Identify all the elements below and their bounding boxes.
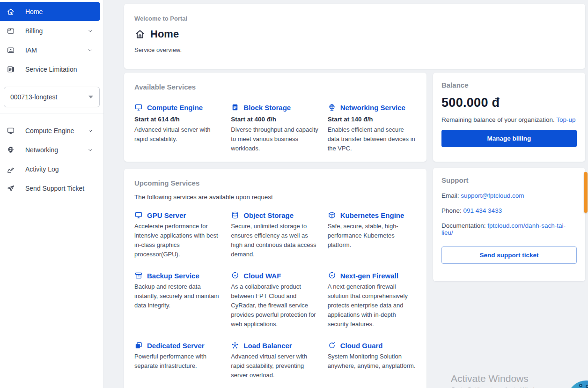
iam-icon [7,46,15,54]
support-doc-label: Documentation: [441,222,486,229]
globe-icon [328,103,336,112]
watermark-line2: Go to Settings to activate Windows. [451,386,547,388]
chat-widget-button[interactable] [567,381,588,388]
available-services-title: Available Services [134,83,416,91]
service-description: As a collaborative product between FPT C… [231,282,319,329]
balance-card: Balance 500.000 đ Remaining balance of y… [433,73,585,162]
sidebar: Home Billing IAM Service Limitation 0007… [0,0,104,388]
support-email-row: Email: support@fptcloud.com [441,192,577,199]
service-link-block-storage[interactable]: Block Storage [231,103,319,112]
sidebar-item-billing[interactable]: Billing [0,21,100,40]
service-title-label: Backup Service [147,272,199,280]
service-description: Secure, unlimited storage to ensures eff… [231,222,319,259]
sidebar-item-iam[interactable]: IAM [0,40,100,60]
networking-icon [7,146,15,154]
service-link-backup-service[interactable]: Backup Service [134,271,223,280]
chevron-down-icon [87,28,94,34]
service-description: Advanced virtual server with rapid scala… [231,352,319,380]
service-description: A next-generation firewall solution that… [328,282,416,329]
service-title-label: Compute Engine [147,104,203,112]
service-title-label: Networking Service [340,104,405,112]
chat-bot-eye-icon [579,384,582,387]
sidebar-lower-nav: Compute Engine Networking Activity Log S… [0,121,103,198]
top-up-link[interactable]: Top-up [556,116,575,123]
service-tile-cloud-waf: Cloud WAF As a collaborative product bet… [231,271,319,329]
notes-icon [231,103,239,112]
sidebar-item-label: Billing [25,27,77,35]
activity-log-icon [7,165,15,173]
upcoming-services-title: Upcoming Services [134,179,416,187]
sidebar-item-label: Compute Engine [25,127,77,134]
service-tile-gpu-server: GPU Server Accelerate performance for in… [134,211,223,259]
caret-down-icon [88,96,93,98]
service-link-load-balancer[interactable]: Load Balancer [231,341,319,350]
service-price: Start at 400 đ/h [231,116,319,123]
service-tile-load-balancer: Load Balancer Advanced virtual server wi… [231,341,319,380]
portal-home-page: { "colors": { "primary_blue": "#0b51d6",… [0,0,588,388]
service-title-label: Block Storage [243,104,291,112]
service-link-cloud-waf[interactable]: Cloud WAF [231,271,319,280]
service-link-gpu-server[interactable]: GPU Server [134,211,223,219]
sidebar-item-label: Send Support Ticket [25,185,94,192]
sidebar-item-label: Home [25,8,94,15]
send-ticket-icon [7,184,15,193]
sidebar-item-networking[interactable]: Networking [0,140,100,159]
monitor-icon [134,211,143,219]
service-tile-compute-engine: Compute Engine Start at 614 đ/h Advanced… [134,103,223,153]
service-description: System Monitoring Solution anywhere, any… [328,352,416,371]
home-icon [7,7,15,16]
sidebar-item-send-support-ticket[interactable]: Send Support Ticket [0,179,100,198]
upcoming-services-subtitle: The following services are available upo… [134,194,416,201]
welcome-eyebrow: Welcome to Portal [134,15,575,22]
service-link-dedicated-server[interactable]: Dedicated Server [134,341,223,350]
chevron-down-icon [87,47,94,53]
support-email-link[interactable]: support@fptcloud.com [461,192,524,199]
sidebar-item-label: Activity Log [25,165,94,173]
balance-description: Remaining balance of your organization. … [441,116,577,123]
service-description: Powerful performance with separate infra… [134,352,223,371]
activate-windows-watermark: Activate Windows Go to Settings to activ… [451,373,547,388]
org-selector[interactable]: 000713-longtest [4,87,100,107]
service-limitation-icon [7,65,15,74]
nodes-icon [231,341,239,350]
feedback-side-tab[interactable] [584,172,588,213]
service-link-networking-service[interactable]: Networking Service [328,103,416,112]
support-doc-row: Documentation: fptcloud.com/danh-sach-ta… [441,222,577,236]
page-subtitle: Service overview. [134,46,575,53]
service-tile-kubernetes-engine: Kubernetes Engine Safe, secure, stable, … [328,211,416,259]
radar-shield-icon [328,271,336,280]
sidebar-item-compute-engine[interactable]: Compute Engine [0,121,100,140]
sidebar-item-activity-log[interactable]: Activity Log [0,159,100,179]
support-phone-row: Phone: 091 434 3433 [441,207,577,214]
service-link-next-gen-firewall[interactable]: Next-gen Firewall [328,271,416,280]
upcoming-services-grid: GPU Server Accelerate performance for in… [134,211,416,380]
service-tile-dedicated-server: Dedicated Server Powerful performance wi… [134,341,223,380]
service-title-label: Cloud Guard [340,342,383,350]
manage-billing-button[interactable]: Manage billing [441,130,577,147]
send-support-ticket-button[interactable]: Send support ticket [441,246,577,264]
available-services-grid: Compute Engine Start at 614 đ/h Advanced… [134,103,416,153]
service-title-label: Load Balancer [243,342,292,350]
sidebar-item-service-limitation[interactable]: Service Limitation [0,60,100,79]
service-description: Accelerate performance for intensive app… [134,222,223,259]
service-description: Diverse throughput and capacity to meet … [231,125,319,153]
service-link-kubernetes-engine[interactable]: Kubernetes Engine [328,211,416,219]
home-icon [134,29,146,40]
archive-icon [134,271,143,280]
service-title-label: GPU Server [147,211,186,219]
service-link-cloud-guard[interactable]: Cloud Guard [328,341,416,350]
sidebar-item-home[interactable]: Home [0,2,100,21]
database-icon [231,211,239,219]
monitor-icon [134,103,143,112]
billing-icon [7,27,15,35]
sidebar-divider [0,113,103,113]
page-title-row: Home [134,28,575,40]
support-title: Support [441,176,577,184]
service-link-compute-engine[interactable]: Compute Engine [134,103,223,112]
support-phone-label: Phone: [441,207,462,214]
chevron-down-icon [87,147,94,153]
service-link-object-storage[interactable]: Object Storage [231,211,319,219]
compute-engine-icon [7,127,15,135]
balance-description-text: Remaining balance of your organization. [441,116,555,123]
support-phone-link[interactable]: 091 434 3433 [463,207,502,214]
